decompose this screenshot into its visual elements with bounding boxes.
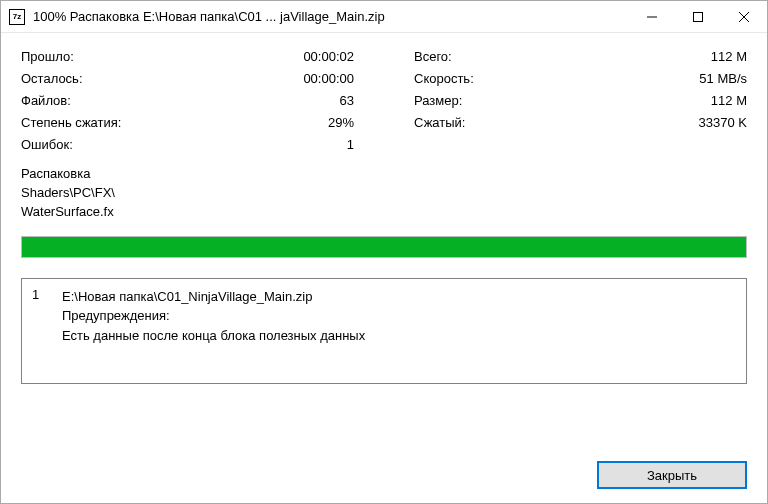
stat-remaining: Осталось: 00:00:00 <box>21 71 354 86</box>
remaining-value: 00:00:00 <box>303 71 354 86</box>
compressed-label: Сжатый: <box>414 115 466 130</box>
message-warning-text: Есть данные после конца блока полезных д… <box>62 326 736 346</box>
remaining-label: Осталось: <box>21 71 83 86</box>
stats-right-column: Всего: 112 M Скорость: 51 MB/s Размер: 1… <box>414 49 747 152</box>
files-value: 63 <box>340 93 354 108</box>
message-file: E:\Новая папка\C01_NinjaVillage_Main.zip <box>62 287 736 307</box>
window-title: 100% Распаковка E:\Новая папка\C01 ... j… <box>33 9 629 24</box>
window-controls <box>629 1 767 32</box>
stat-total: Всего: 112 M <box>414 49 747 64</box>
errors-value: 1 <box>347 137 354 152</box>
app-icon: 7z <box>9 9 25 25</box>
stat-speed: Скорость: 51 MB/s <box>414 71 747 86</box>
message-row: 1 E:\Новая папка\C01_NinjaVillage_Main.z… <box>32 287 736 346</box>
stat-compressed: Сжатый: 33370 K <box>414 115 747 130</box>
progress-bar <box>21 236 747 258</box>
current-path-line1: Shaders\PC\FX\ <box>21 184 747 203</box>
close-button[interactable]: Закрыть <box>597 461 747 489</box>
dialog-window: 7z 100% Распаковка E:\Новая папка\C01 ..… <box>0 0 768 504</box>
message-body: E:\Новая папка\C01_NinjaVillage_Main.zip… <box>62 287 736 346</box>
files-label: Файлов: <box>21 93 71 108</box>
errors-label: Ошибок: <box>21 137 73 152</box>
dialog-content: Прошло: 00:00:02 Осталось: 00:00:00 Файл… <box>1 33 767 503</box>
stat-files: Файлов: 63 <box>21 93 354 108</box>
ratio-label: Степень сжатия: <box>21 115 121 130</box>
size-value: 112 M <box>711 93 747 108</box>
titlebar: 7z 100% Распаковка E:\Новая папка\C01 ..… <box>1 1 767 33</box>
elapsed-label: Прошло: <box>21 49 74 64</box>
dialog-footer: Закрыть <box>21 447 747 489</box>
stats-left-column: Прошло: 00:00:02 Осталось: 00:00:00 Файл… <box>21 49 354 152</box>
speed-label: Скорость: <box>414 71 474 86</box>
maximize-button[interactable] <box>675 1 721 32</box>
message-warnings-label: Предупреждения: <box>62 306 736 326</box>
close-window-button[interactable] <box>721 1 767 32</box>
svg-rect-1 <box>694 12 703 21</box>
stats-grid: Прошло: 00:00:02 Осталось: 00:00:00 Файл… <box>21 49 747 152</box>
maximize-icon <box>693 12 703 22</box>
total-label: Всего: <box>414 49 452 64</box>
stat-ratio: Степень сжатия: 29% <box>21 115 354 130</box>
total-value: 112 M <box>711 49 747 64</box>
compressed-value: 33370 K <box>699 115 747 130</box>
message-number: 1 <box>32 287 44 346</box>
size-label: Размер: <box>414 93 462 108</box>
speed-value: 51 MB/s <box>699 71 747 86</box>
progress-fill <box>22 237 746 257</box>
ratio-value: 29% <box>328 115 354 130</box>
messages-box: 1 E:\Новая папка\C01_NinjaVillage_Main.z… <box>21 278 747 384</box>
stat-errors: Ошибок: 1 <box>21 137 354 152</box>
stat-size: Размер: 112 M <box>414 93 747 108</box>
minimize-button[interactable] <box>629 1 675 32</box>
operation-label: Распаковка <box>21 165 747 184</box>
close-icon <box>739 12 749 22</box>
minimize-icon <box>647 12 657 22</box>
current-path-line2: WaterSurface.fx <box>21 203 747 222</box>
status-block: Распаковка Shaders\PC\FX\ WaterSurface.f… <box>21 165 747 222</box>
stat-elapsed: Прошло: 00:00:02 <box>21 49 354 64</box>
elapsed-value: 00:00:02 <box>303 49 354 64</box>
